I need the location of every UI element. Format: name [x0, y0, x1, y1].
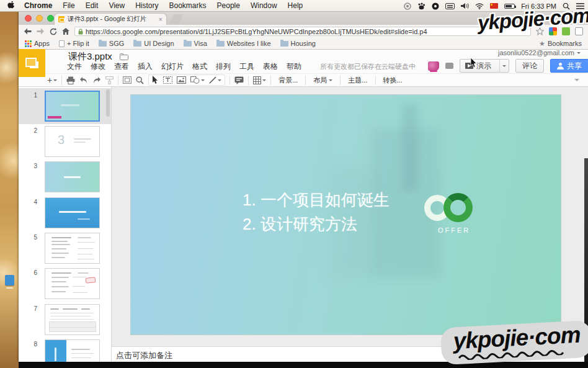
menubar-item-bookmarks[interactable]: Bookmarks: [169, 1, 207, 10]
battery-icon[interactable]: [504, 4, 515, 9]
other-bookmarks[interactable]: ★ Bookmarks: [539, 40, 582, 48]
menu-insert[interactable]: 插入: [138, 61, 153, 72]
menu-format[interactable]: 格式: [192, 61, 207, 72]
thumbnail-row-7[interactable]: 7: [19, 304, 112, 336]
slide-thumbnail-7[interactable]: [45, 304, 100, 335]
thumbnail-row-2[interactable]: 2 3: [19, 126, 112, 158]
dot-app-icon[interactable]: [432, 2, 439, 10]
thumbnail-row-5[interactable]: 5: [19, 233, 112, 265]
menubar-item-history[interactable]: History: [135, 1, 158, 10]
thumbnail-accent-bar: [48, 116, 61, 119]
text-box-icon[interactable]: [163, 76, 172, 84]
new-tab-button[interactable]: [169, 14, 183, 24]
slides-logo-icon[interactable]: [19, 49, 45, 77]
menu-slide[interactable]: 幻灯片: [161, 61, 184, 72]
menu-file[interactable]: 文件: [67, 61, 82, 72]
insert-line-icon[interactable]: [209, 76, 221, 84]
zoom-window-button[interactable]: [47, 15, 54, 22]
print-icon[interactable]: [66, 76, 75, 84]
undo-icon[interactable]: [79, 76, 88, 84]
desktop-file-icon[interactable]: [5, 275, 14, 285]
tab-close-icon[interactable]: ×: [159, 16, 163, 23]
insert-shape-icon[interactable]: [190, 76, 205, 84]
zoom-fit-icon[interactable]: [123, 76, 131, 84]
insert-comment-icon[interactable]: [234, 76, 244, 84]
forward-icon[interactable]: [37, 28, 45, 35]
thumbnail-row-4[interactable]: 4: [19, 197, 112, 230]
https-lock-icon[interactable]: [78, 29, 83, 35]
apple-icon[interactable]: [7, 1, 16, 10]
background-button[interactable]: 背景...: [275, 74, 301, 86]
toolbar-collapse-icon[interactable]: [574, 79, 579, 84]
share-button[interactable]: 共享: [550, 59, 588, 73]
menu-edit[interactable]: 修改: [91, 61, 105, 72]
menu-view[interactable]: 查看: [114, 61, 129, 72]
volume-icon[interactable]: [461, 2, 469, 9]
offer-logo[interactable]: OFFER: [424, 193, 486, 234]
bookmark-folder-housing[interactable]: Housing: [280, 40, 316, 47]
bookmark-folder-websites[interactable]: Websites I like: [216, 40, 271, 47]
browser-tab[interactable]: 课件3.pptx - Google 幻灯片 ×: [55, 14, 166, 25]
present-button[interactable]: 演示: [460, 59, 509, 73]
extension-icon[interactable]: [575, 27, 583, 35]
theme-button[interactable]: 主题...: [345, 74, 370, 86]
bookmark-folder-ui-design[interactable]: UI Design: [133, 40, 174, 47]
menu-arrange[interactable]: 排列: [216, 61, 231, 72]
slide-thumbnail-4[interactable]: [45, 197, 100, 228]
menubar-item-help[interactable]: Help: [288, 1, 303, 10]
reload-icon[interactable]: [50, 28, 57, 35]
slide-thumbnail-2[interactable]: 3: [45, 126, 100, 157]
account-email[interactable]: jasonliu0522@gmail.com: [498, 49, 581, 56]
slide-thumbnail-1[interactable]: [45, 91, 100, 122]
close-window-button[interactable]: [25, 15, 32, 22]
slide-thumbnail-3[interactable]: [45, 161, 100, 192]
bookmark-apps[interactable]: Apps: [25, 40, 50, 47]
zoom-icon[interactable]: [136, 76, 144, 84]
thumbnail-row-8[interactable]: 8: [19, 339, 112, 362]
bookmark-folder-visa[interactable]: Visa: [184, 40, 207, 47]
menubar-item-edit[interactable]: Edit: [86, 1, 99, 10]
slide-thumbnail-6[interactable]: [45, 268, 100, 299]
thumbnail-row-1[interactable]: 1: [19, 91, 112, 123]
keyboard-icon[interactable]: [445, 3, 455, 9]
paint-format-icon[interactable]: [105, 76, 114, 84]
transition-button[interactable]: 转换...: [380, 74, 406, 86]
slide-thumbnail-5[interactable]: [45, 233, 100, 264]
menubar-item-view[interactable]: View: [109, 1, 125, 10]
thumbnail-row-6[interactable]: 6: [19, 268, 112, 300]
home-icon[interactable]: [62, 28, 69, 35]
back-icon[interactable]: [24, 28, 32, 35]
slide-thumbnail-8[interactable]: [45, 339, 100, 362]
bookmark-label: UI Design: [144, 40, 174, 47]
menu-table[interactable]: 表格: [263, 61, 278, 72]
insert-table-icon[interactable]: [253, 76, 266, 84]
menu-tools[interactable]: 工具: [239, 61, 254, 72]
comments-button[interactable]: 评论: [515, 59, 544, 73]
menubar-item-people[interactable]: People: [217, 1, 240, 10]
thumbnail-row-3[interactable]: 3: [19, 161, 112, 194]
address-bar[interactable]: https://docs.google.com/presentation/d/1…: [74, 27, 531, 36]
current-slide[interactable]: 1. 一个项目如何诞生 2. 设计研究方法 OFFER: [130, 94, 561, 335]
menubar-item-window[interactable]: Window: [251, 1, 277, 10]
menubar-item-chrome[interactable]: Chrome: [24, 1, 52, 10]
minimize-window-button[interactable]: [36, 15, 43, 22]
bookmark-flip-it[interactable]: + Flip it: [59, 40, 89, 47]
move-to-folder-icon[interactable]: [120, 53, 128, 60]
insert-image-icon[interactable]: [177, 76, 186, 84]
bookmark-folder-sgg[interactable]: SGG: [99, 40, 124, 47]
wifi-icon[interactable]: [475, 3, 484, 9]
input-method-icon[interactable]: [428, 61, 439, 71]
select-tool-icon[interactable]: [152, 76, 159, 84]
menubar-item-file[interactable]: File: [63, 1, 74, 10]
comment-bubble-icon[interactable]: [445, 63, 453, 69]
background-label: 背景...: [278, 76, 298, 85]
layout-button[interactable]: 布局: [310, 74, 336, 86]
spiral-icon[interactable]: [404, 2, 411, 10]
input-language-flag-icon[interactable]: [490, 3, 498, 9]
present-options-dropdown[interactable]: [499, 60, 509, 72]
paw-icon[interactable]: [417, 2, 425, 10]
menu-help[interactable]: 帮助: [287, 61, 301, 72]
new-slide-button[interactable]: +: [47, 76, 57, 84]
redo-icon[interactable]: [92, 76, 101, 84]
slide-text-box[interactable]: 1. 一个项目如何诞生 2. 设计研究方法: [243, 188, 390, 236]
